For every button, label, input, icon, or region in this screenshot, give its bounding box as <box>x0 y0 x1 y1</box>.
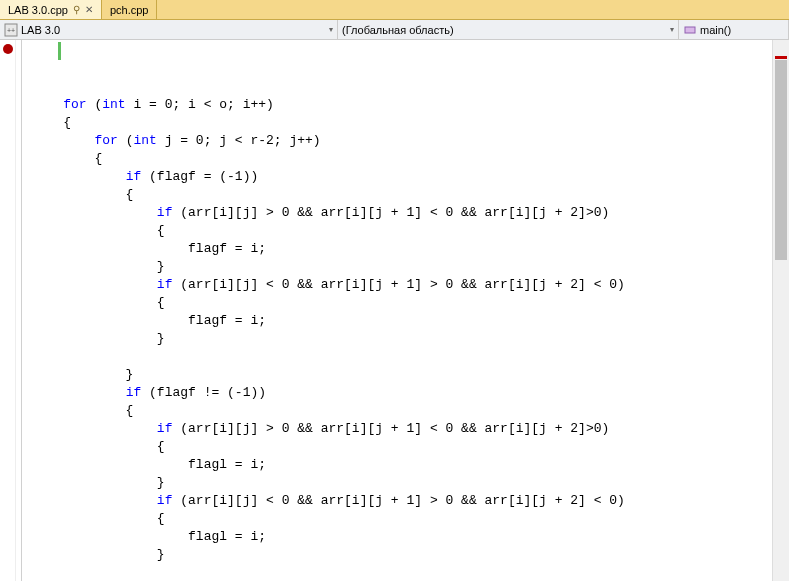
code-line[interactable] <box>32 564 789 581</box>
pin-icon[interactable]: ⚲ <box>73 4 80 15</box>
chevron-down-icon: ▾ <box>329 25 333 34</box>
file-tab-active[interactable]: LAB 3.0.cpp ⚲ ✕ <box>0 0 102 19</box>
code-line[interactable]: flagl = i; <box>32 528 789 546</box>
code-line[interactable]: flagf = i; <box>32 240 789 258</box>
outline-line <box>21 40 22 581</box>
function-icon <box>683 23 697 37</box>
code-line[interactable] <box>32 348 789 366</box>
code-line[interactable]: } <box>32 474 789 492</box>
tab-label: LAB 3.0.cpp <box>8 4 68 16</box>
nav-scope-label: (Глобальная область) <box>342 24 454 36</box>
chevron-down-icon: ▾ <box>670 25 674 34</box>
code-line[interactable]: for (int i = 0; i < o; i++) <box>32 96 789 114</box>
code-line[interactable]: flagl = i; <box>32 456 789 474</box>
code-line[interactable]: } <box>32 546 789 564</box>
nav-file-dropdown[interactable]: ++ LAB 3.0 ▾ <box>0 20 338 39</box>
code-line[interactable]: flagf = i; <box>32 312 789 330</box>
breakpoint-marker[interactable] <box>3 44 13 54</box>
code-line[interactable]: { <box>32 402 789 420</box>
code-line[interactable]: if (arr[i][j] > 0 && arr[i][j + 1] < 0 &… <box>32 420 789 438</box>
svg-rect-2 <box>685 27 695 33</box>
code-line[interactable]: if (arr[i][j] < 0 && arr[i][j + 1] > 0 &… <box>32 276 789 294</box>
file-tab[interactable]: pch.cpp <box>102 0 158 19</box>
outline-column[interactable] <box>16 40 30 581</box>
code-line[interactable]: { <box>32 438 789 456</box>
code-line[interactable]: { <box>32 510 789 528</box>
nav-function-dropdown[interactable]: main() <box>679 20 789 39</box>
navigation-bar: ++ LAB 3.0 ▾ (Глобальная область) ▾ main… <box>0 20 789 40</box>
cpp-file-icon: ++ <box>4 23 18 37</box>
code-line[interactable]: } <box>32 366 789 384</box>
code-line[interactable]: { <box>32 186 789 204</box>
scrollbar-thumb[interactable] <box>775 60 787 260</box>
tab-bar: LAB 3.0.cpp ⚲ ✕ pch.cpp <box>0 0 789 20</box>
code-line[interactable]: { <box>32 114 789 132</box>
close-icon[interactable]: ✕ <box>85 4 93 15</box>
code-line[interactable]: { <box>32 150 789 168</box>
code-line[interactable]: if (arr[i][j] > 0 && arr[i][j + 1] < 0 &… <box>32 204 789 222</box>
code-line[interactable]: for (int j = 0; j < r-2; j++) <box>32 132 789 150</box>
svg-text:++: ++ <box>7 27 15 34</box>
nav-function-label: main() <box>700 24 731 36</box>
nav-file-label: LAB 3.0 <box>21 24 60 36</box>
code-line[interactable]: } <box>32 330 789 348</box>
code-area[interactable]: for (int i = 0; i < o; i++) { for (int j… <box>30 40 789 581</box>
scroll-breakpoint-marker <box>775 56 787 59</box>
code-line[interactable]: if (flagf != (-1)) <box>32 384 789 402</box>
code-line[interactable]: { <box>32 222 789 240</box>
code-line[interactable]: if (flagf = (-1)) <box>32 168 789 186</box>
code-line[interactable]: if (arr[i][j] < 0 && arr[i][j + 1] > 0 &… <box>32 492 789 510</box>
change-marker <box>58 42 61 60</box>
vertical-scrollbar[interactable] <box>772 40 789 581</box>
code-line[interactable]: { <box>32 294 789 312</box>
breakpoint-gutter[interactable] <box>0 40 16 581</box>
code-line[interactable]: } <box>32 258 789 276</box>
nav-scope-dropdown[interactable]: (Глобальная область) ▾ <box>338 20 679 39</box>
tab-label: pch.cpp <box>110 4 149 16</box>
code-editor[interactable]: for (int i = 0; i < o; i++) { for (int j… <box>0 40 789 581</box>
